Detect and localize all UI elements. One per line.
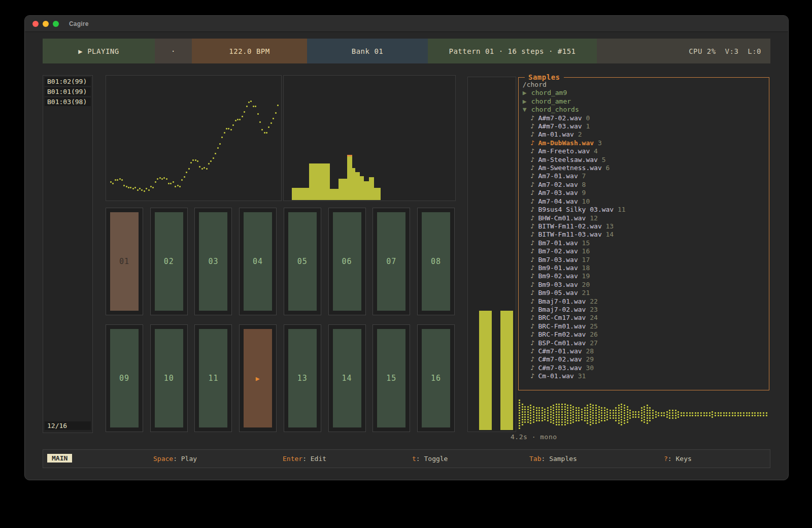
tree-file[interactable]: ♪Bm9-02.wav 19	[519, 272, 768, 280]
tree-file[interactable]: ♪Bm7-02.wav 16	[519, 247, 768, 255]
tree-file[interactable]: ♪Am7-03.wav 9	[519, 189, 768, 197]
tree-file[interactable]: ♪Am7-02.wav 8	[519, 181, 768, 189]
pad-06[interactable]: 06	[328, 208, 366, 315]
waveform-column	[743, 412, 745, 416]
scatter-dot	[273, 118, 274, 119]
pad-01[interactable]: 01	[106, 208, 143, 315]
tree-file[interactable]: ♪Am-Steelsaw.wav 5	[519, 156, 768, 164]
file-name: Am7-02.wav	[538, 181, 578, 188]
pad-label: 15	[377, 329, 405, 427]
tree-folder[interactable]: ▼chord_chords	[519, 106, 768, 114]
tree-file[interactable]: ♪BSP-Cm01.wav 27	[519, 339, 768, 347]
file-name: Am-Sweetness.wav	[538, 164, 601, 172]
tree-file[interactable]: ♪BITW-Fm11-02.wav 13	[519, 222, 768, 230]
vu-bar-left	[479, 311, 492, 430]
pad-14[interactable]: 14	[328, 324, 366, 432]
tree-file[interactable]: ♪Am-DubWash.wav 3	[519, 139, 768, 147]
waveform-column	[766, 412, 767, 416]
pad-15[interactable]: 15	[373, 324, 410, 432]
tree-file[interactable]: ♪Bm7-01.wav 15	[519, 239, 768, 247]
tree-folder[interactable]: ▶chord_am9	[519, 89, 768, 97]
close-window-button[interactable]	[32, 21, 39, 27]
tree-file[interactable]: ♪C#m7-03.wav 30	[519, 364, 768, 372]
scatter-dot	[173, 181, 174, 183]
step-position: 12/16	[45, 421, 91, 430]
pad-12[interactable]: ▶	[239, 324, 277, 432]
waveform-column	[683, 412, 685, 416]
tree-file[interactable]: ♪BRC-Fm02.wav 26	[519, 331, 768, 339]
tree-file[interactable]: ♪Bm9-05.wav 21	[519, 289, 768, 297]
file-index: 15	[578, 239, 590, 247]
waveform-column	[641, 407, 642, 421]
tree-file[interactable]: ♪BRC-Cm17.wav 24	[519, 314, 768, 322]
tree-file[interactable]: ♪C#m7-01.wav 28	[519, 347, 768, 355]
scatter-dot	[206, 168, 208, 170]
waveform-column	[578, 407, 580, 421]
tree-file[interactable]: ♪C#m7-02.wav 29	[519, 355, 768, 364]
waveform-column	[749, 412, 750, 416]
pad-04[interactable]: 04	[239, 208, 277, 315]
tree-file[interactable]: ♪Am-01.wav 2	[519, 130, 768, 139]
pad-11[interactable]: 11	[194, 324, 232, 432]
waveform-column	[530, 405, 531, 424]
tree-file[interactable]: ♪BITW-Fm11-03.wav 14	[519, 230, 768, 239]
tree-file[interactable]: ♪BHW-Cm01.wav 12	[519, 214, 768, 222]
tree-file[interactable]: ♪Am7-04.wav 10	[519, 197, 768, 206]
waveform-column	[672, 410, 673, 419]
tree-file[interactable]: ♪Bmaj7-02.wav 23	[519, 306, 768, 314]
tree-file[interactable]: ♪A#m7-03.wav 1	[519, 122, 768, 130]
pad-10[interactable]: 10	[150, 324, 188, 432]
tree-file[interactable]: ♪Cm-01.wav 31	[519, 372, 768, 380]
file-name: Bm7-01.wav	[538, 239, 578, 247]
scatter-dot	[166, 178, 167, 180]
scatter-dot	[204, 167, 205, 169]
zoom-window-button[interactable]	[53, 21, 59, 27]
file-name: Am-Steelsaw.wav	[538, 156, 597, 163]
tree-file[interactable]: ♪Bm9-03.wav 20	[519, 281, 768, 289]
waveform-column	[732, 412, 733, 416]
file-index: 23	[586, 306, 597, 313]
scatter-dot	[237, 119, 239, 120]
tree-folder[interactable]: ▶chord_amer	[519, 97, 768, 106]
pad-grid-row-1: 0102030405060708	[106, 208, 455, 316]
pad-05[interactable]: 05	[284, 208, 321, 315]
pad-08[interactable]: 08	[417, 208, 455, 315]
scatter-dot	[148, 189, 150, 191]
scatter-dot	[123, 185, 125, 186]
tree-file[interactable]: ♪Bmaj7-01.wav 22	[519, 298, 768, 306]
tree-file[interactable]: ♪Bm9-01.wav 18	[519, 264, 768, 272]
waveform-column	[752, 412, 753, 416]
file-name: BRC-Fm01.wav	[538, 322, 586, 330]
tree-file[interactable]: ♪Am-Sweetness.wav 6	[519, 164, 768, 172]
file-name: Am-DubWash.wav	[538, 139, 594, 147]
waveform-column	[556, 404, 557, 425]
pad-13[interactable]: 13	[284, 324, 321, 432]
histogram-bar	[364, 181, 369, 200]
tree-file[interactable]: ♪BRC-Fm01.wav 25	[519, 322, 768, 331]
scatter-dot	[119, 178, 121, 180]
pad-02[interactable]: 02	[150, 208, 188, 315]
folder-name: chord_chords	[531, 106, 579, 113]
tree-file[interactable]: ♪Bm7-03.wav 17	[519, 256, 768, 264]
tree-file[interactable]: ♪A#m7-02.wav 0	[519, 114, 768, 122]
voices-panel: B01:02(99)B01:01(99)B01:03(98) 12/16	[43, 75, 93, 433]
tree-file[interactable]: ♪Am7-01.wav 7	[519, 172, 768, 180]
waveform-column	[635, 411, 636, 418]
minimize-window-button[interactable]	[43, 21, 49, 27]
pad-09[interactable]: 09	[106, 324, 143, 432]
file-name: C#m7-02.wav	[538, 355, 582, 363]
folder-name: chord_amer	[531, 97, 571, 105]
waveform-column	[697, 412, 699, 416]
pad-16[interactable]: 16	[417, 324, 455, 432]
samples-browser-panel: Samples /chord ▶chord_am9 ▶chord_amer ▼c…	[518, 77, 769, 390]
music-note-icon: ♪	[530, 272, 538, 280]
tree-file[interactable]: ♪B9sus4 Silky 03.wav 11	[519, 206, 768, 214]
pad-07[interactable]: 07	[373, 208, 410, 315]
file-index: 8	[578, 181, 586, 188]
pad-03[interactable]: 03	[194, 208, 232, 315]
transport-bar: ▶ PLAYING · 122.0 BPM Bank 01 Pattern 01…	[43, 39, 770, 63]
music-note-icon: ♪	[530, 298, 538, 306]
waveform-column	[663, 412, 665, 416]
tree-file[interactable]: ♪Am-Freeto.wav 4	[519, 147, 768, 155]
scatter-dot	[144, 190, 145, 192]
